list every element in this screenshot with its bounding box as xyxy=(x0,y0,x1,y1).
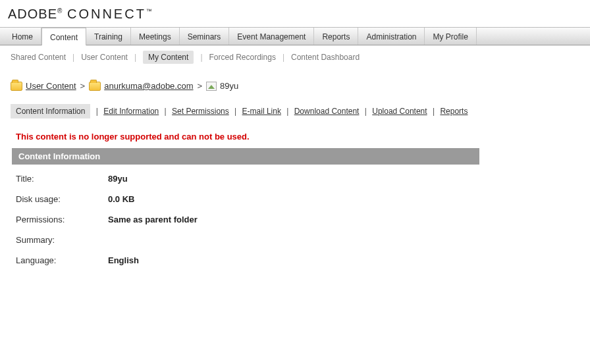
main-tab-meetings[interactable]: Meetings xyxy=(131,28,180,45)
subnav-separator: | xyxy=(200,53,202,62)
info-value: Same as parent folder xyxy=(108,215,198,224)
breadcrumb-item[interactable]: User Content xyxy=(26,81,76,91)
warning-message: This content is no longer supported and … xyxy=(0,122,590,148)
main-tab-training[interactable]: Training xyxy=(86,28,131,45)
main-tab-administration[interactable]: Administration xyxy=(358,28,425,45)
action-upload-content[interactable]: Upload Content xyxy=(372,107,427,116)
subnav-item-content-dashboard[interactable]: Content Dashboard xyxy=(291,53,360,62)
main-nav: HomeContentTrainingMeetingsSeminarsEvent… xyxy=(0,27,590,45)
action-separator: | xyxy=(232,107,239,116)
file-icon xyxy=(206,82,217,91)
action-reports[interactable]: Reports xyxy=(440,107,468,116)
info-row: Title:89yu xyxy=(12,169,578,189)
info-label: Language: xyxy=(16,255,108,265)
subnav-separator: | xyxy=(72,53,74,62)
info-value: English xyxy=(108,255,139,265)
breadcrumb-separator: > xyxy=(198,81,203,91)
sub-nav: Shared Content|User Content|My Content|F… xyxy=(0,45,590,69)
subnav-separator: | xyxy=(134,53,136,62)
action-separator: | xyxy=(94,107,100,116)
subnav-separator: | xyxy=(282,53,284,62)
info-label: Permissions: xyxy=(16,215,108,224)
folder-icon xyxy=(89,82,101,91)
content-info-table: Title:89yuDisk usage:0.0 KBPermissions:S… xyxy=(12,169,578,271)
info-label: Summary: xyxy=(16,235,108,245)
brand-product: CONNECT xyxy=(67,7,146,21)
subnav-item-my-content[interactable]: My Content xyxy=(143,51,194,64)
main-tab-home[interactable]: Home xyxy=(4,28,41,45)
action-e-mail-link[interactable]: E-mail Link xyxy=(242,107,281,116)
subnav-item-forced-recordings[interactable]: Forced Recordings xyxy=(209,53,276,62)
main-tab-content[interactable]: Content xyxy=(41,28,86,45)
section-header: Content Information xyxy=(12,148,479,165)
action-download-content[interactable]: Download Content xyxy=(294,107,360,116)
action-edit-information[interactable]: Edit Information xyxy=(103,107,159,116)
info-label: Disk usage: xyxy=(16,194,108,204)
action-content-information[interactable]: Content Information xyxy=(11,104,90,118)
info-row: Disk usage:0.0 KB xyxy=(12,189,578,209)
breadcrumb-item: 89yu xyxy=(220,81,238,91)
action-bar: Content Information | Edit Information |… xyxy=(0,100,590,122)
breadcrumb: User Content>anurkuma@adobe.com>89yu xyxy=(0,69,590,100)
breadcrumb-separator: > xyxy=(80,81,86,91)
brand-logo: ADOBE® CONNECT™ xyxy=(0,0,590,27)
info-row: Summary: xyxy=(12,230,578,250)
info-row: Language:English xyxy=(12,250,578,271)
main-tab-my-profile[interactable]: My Profile xyxy=(425,28,476,45)
action-set-permissions[interactable]: Set Permissions xyxy=(172,107,229,116)
action-separator: | xyxy=(431,107,437,116)
breadcrumb-item[interactable]: anurkuma@adobe.com xyxy=(104,81,193,91)
action-separator: | xyxy=(362,107,369,116)
info-value: 89yu xyxy=(108,174,128,184)
action-separator: | xyxy=(284,107,291,116)
subnav-item-user-content[interactable]: User Content xyxy=(81,53,128,62)
folder-icon xyxy=(11,82,22,91)
main-tab-event-management[interactable]: Event Management xyxy=(229,28,314,45)
info-label: Title: xyxy=(16,174,108,184)
brand-name: ADOBE xyxy=(8,7,57,21)
main-tab-reports[interactable]: Reports xyxy=(314,28,358,45)
main-tab-seminars[interactable]: Seminars xyxy=(180,28,230,45)
action-separator: | xyxy=(162,107,169,116)
info-value: 0.0 KB xyxy=(108,194,134,204)
info-row: Permissions:Same as parent folder xyxy=(12,209,578,230)
subnav-item-shared-content[interactable]: Shared Content xyxy=(11,53,66,62)
